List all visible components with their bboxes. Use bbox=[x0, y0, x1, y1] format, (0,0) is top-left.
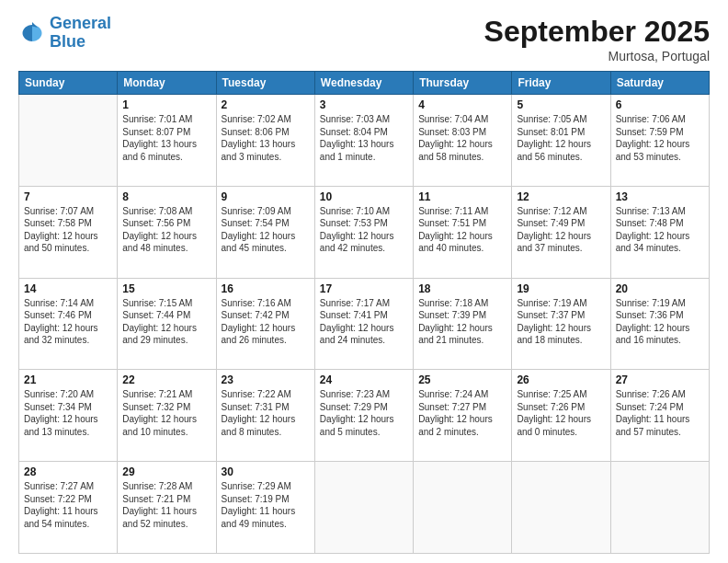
calendar-cell: 8Sunrise: 7:08 AMSunset: 7:56 PMDaylight… bbox=[118, 186, 216, 278]
day-number: 10 bbox=[320, 190, 408, 203]
calendar-cell: 21Sunrise: 7:20 AMSunset: 7:34 PMDayligh… bbox=[19, 370, 118, 462]
day-info: Sunrise: 7:13 AMSunset: 7:48 PMDaylight:… bbox=[616, 205, 704, 255]
day-number: 27 bbox=[616, 373, 704, 386]
calendar-header: Sunday Monday Tuesday Wednesday Thursday… bbox=[19, 72, 710, 95]
calendar-cell: 9Sunrise: 7:09 AMSunset: 7:54 PMDaylight… bbox=[216, 186, 314, 278]
calendar-body: 1Sunrise: 7:01 AMSunset: 8:07 PMDaylight… bbox=[19, 95, 710, 554]
calendar-cell bbox=[414, 462, 512, 554]
day-number: 12 bbox=[517, 190, 605, 203]
day-info: Sunrise: 7:12 AMSunset: 7:49 PMDaylight:… bbox=[517, 205, 605, 255]
calendar-cell: 6Sunrise: 7:06 AMSunset: 7:59 PMDaylight… bbox=[610, 95, 709, 187]
calendar-cell: 30Sunrise: 7:29 AMSunset: 7:19 PMDayligh… bbox=[216, 462, 314, 554]
calendar-cell bbox=[19, 95, 118, 187]
day-number: 24 bbox=[320, 373, 408, 386]
calendar-cell: 28Sunrise: 7:27 AMSunset: 7:22 PMDayligh… bbox=[19, 462, 118, 554]
day-info: Sunrise: 7:24 AMSunset: 7:27 PMDaylight:… bbox=[418, 388, 506, 438]
day-number: 3 bbox=[320, 98, 408, 111]
day-number: 5 bbox=[517, 98, 605, 111]
day-number: 17 bbox=[320, 282, 408, 295]
day-info: Sunrise: 7:02 AMSunset: 8:06 PMDaylight:… bbox=[222, 113, 310, 163]
logo-line2: Blue bbox=[50, 32, 85, 51]
calendar-week-1: 7Sunrise: 7:07 AMSunset: 7:58 PMDaylight… bbox=[19, 186, 710, 278]
day-number: 4 bbox=[418, 98, 506, 111]
calendar-table: Sunday Monday Tuesday Wednesday Thursday… bbox=[18, 71, 710, 554]
day-number: 21 bbox=[24, 373, 112, 386]
day-info: Sunrise: 7:25 AMSunset: 7:26 PMDaylight:… bbox=[517, 388, 605, 438]
day-number: 9 bbox=[222, 190, 310, 203]
calendar-week-2: 14Sunrise: 7:14 AMSunset: 7:46 PMDayligh… bbox=[19, 278, 710, 370]
day-number: 2 bbox=[222, 98, 310, 111]
logo-icon bbox=[18, 19, 46, 47]
day-info: Sunrise: 7:16 AMSunset: 7:42 PMDaylight:… bbox=[222, 297, 310, 347]
calendar-cell: 25Sunrise: 7:24 AMSunset: 7:27 PMDayligh… bbox=[414, 370, 512, 462]
day-info: Sunrise: 7:17 AMSunset: 7:41 PMDaylight:… bbox=[320, 297, 408, 347]
day-info: Sunrise: 7:29 AMSunset: 7:19 PMDaylight:… bbox=[222, 480, 310, 530]
calendar-week-3: 21Sunrise: 7:20 AMSunset: 7:34 PMDayligh… bbox=[19, 370, 710, 462]
calendar-cell: 26Sunrise: 7:25 AMSunset: 7:26 PMDayligh… bbox=[512, 370, 610, 462]
day-info: Sunrise: 7:10 AMSunset: 7:53 PMDaylight:… bbox=[320, 205, 408, 255]
calendar-cell: 13Sunrise: 7:13 AMSunset: 7:48 PMDayligh… bbox=[610, 186, 709, 278]
header-monday: Monday bbox=[118, 72, 216, 95]
calendar-cell: 23Sunrise: 7:22 AMSunset: 7:31 PMDayligh… bbox=[216, 370, 314, 462]
day-number: 20 bbox=[616, 282, 704, 295]
page: General Blue September 2025 Murtosa, Por… bbox=[0, 0, 728, 563]
day-info: Sunrise: 7:07 AMSunset: 7:58 PMDaylight:… bbox=[24, 205, 112, 255]
calendar-cell bbox=[610, 462, 709, 554]
calendar-cell: 14Sunrise: 7:14 AMSunset: 7:46 PMDayligh… bbox=[19, 278, 118, 370]
day-info: Sunrise: 7:19 AMSunset: 7:36 PMDaylight:… bbox=[616, 297, 704, 347]
logo-text: General Blue bbox=[50, 15, 111, 52]
header-friday: Friday bbox=[512, 72, 610, 95]
day-info: Sunrise: 7:05 AMSunset: 8:01 PMDaylight:… bbox=[517, 113, 605, 163]
header-saturday: Saturday bbox=[610, 72, 709, 95]
title-block: September 2025 Murtosa, Portugal bbox=[484, 15, 710, 63]
day-number: 6 bbox=[616, 98, 704, 111]
day-number: 16 bbox=[222, 282, 310, 295]
calendar-cell: 15Sunrise: 7:15 AMSunset: 7:44 PMDayligh… bbox=[118, 278, 216, 370]
day-info: Sunrise: 7:04 AMSunset: 8:03 PMDaylight:… bbox=[418, 113, 506, 163]
day-info: Sunrise: 7:19 AMSunset: 7:37 PMDaylight:… bbox=[517, 297, 605, 347]
day-number: 26 bbox=[517, 373, 605, 386]
calendar-cell: 12Sunrise: 7:12 AMSunset: 7:49 PMDayligh… bbox=[512, 186, 610, 278]
main-title: September 2025 bbox=[484, 15, 710, 49]
calendar-cell: 16Sunrise: 7:16 AMSunset: 7:42 PMDayligh… bbox=[216, 278, 314, 370]
header-thursday: Thursday bbox=[414, 72, 512, 95]
day-number: 22 bbox=[122, 373, 210, 386]
calendar-cell: 2Sunrise: 7:02 AMSunset: 8:06 PMDaylight… bbox=[216, 95, 314, 187]
calendar-cell bbox=[314, 462, 413, 554]
day-number: 14 bbox=[24, 282, 112, 295]
day-number: 8 bbox=[122, 190, 210, 203]
day-number: 1 bbox=[122, 98, 210, 111]
day-info: Sunrise: 7:03 AMSunset: 8:04 PMDaylight:… bbox=[320, 113, 408, 163]
day-number: 13 bbox=[616, 190, 704, 203]
calendar-cell bbox=[512, 462, 610, 554]
calendar-cell: 7Sunrise: 7:07 AMSunset: 7:58 PMDaylight… bbox=[19, 186, 118, 278]
day-number: 15 bbox=[122, 282, 210, 295]
calendar-cell: 18Sunrise: 7:18 AMSunset: 7:39 PMDayligh… bbox=[414, 278, 512, 370]
calendar-cell: 5Sunrise: 7:05 AMSunset: 8:01 PMDaylight… bbox=[512, 95, 610, 187]
calendar-cell: 17Sunrise: 7:17 AMSunset: 7:41 PMDayligh… bbox=[314, 278, 413, 370]
day-number: 25 bbox=[418, 373, 506, 386]
day-info: Sunrise: 7:21 AMSunset: 7:32 PMDaylight:… bbox=[122, 388, 210, 438]
day-info: Sunrise: 7:09 AMSunset: 7:54 PMDaylight:… bbox=[222, 205, 310, 255]
calendar-cell: 24Sunrise: 7:23 AMSunset: 7:29 PMDayligh… bbox=[314, 370, 413, 462]
day-info: Sunrise: 7:27 AMSunset: 7:22 PMDaylight:… bbox=[24, 480, 112, 530]
calendar-cell: 20Sunrise: 7:19 AMSunset: 7:36 PMDayligh… bbox=[610, 278, 709, 370]
calendar-cell: 3Sunrise: 7:03 AMSunset: 8:04 PMDaylight… bbox=[314, 95, 413, 187]
subtitle: Murtosa, Portugal bbox=[484, 49, 710, 63]
header: General Blue September 2025 Murtosa, Por… bbox=[18, 15, 710, 63]
header-tuesday: Tuesday bbox=[216, 72, 314, 95]
weekday-header-row: Sunday Monday Tuesday Wednesday Thursday… bbox=[19, 72, 710, 95]
day-number: 11 bbox=[418, 190, 506, 203]
calendar-cell: 1Sunrise: 7:01 AMSunset: 8:07 PMDaylight… bbox=[118, 95, 216, 187]
day-number: 30 bbox=[222, 465, 310, 478]
calendar-cell: 27Sunrise: 7:26 AMSunset: 7:24 PMDayligh… bbox=[610, 370, 709, 462]
day-info: Sunrise: 7:01 AMSunset: 8:07 PMDaylight:… bbox=[122, 113, 210, 163]
calendar-cell: 10Sunrise: 7:10 AMSunset: 7:53 PMDayligh… bbox=[314, 186, 413, 278]
day-number: 29 bbox=[122, 465, 210, 478]
day-info: Sunrise: 7:15 AMSunset: 7:44 PMDaylight:… bbox=[122, 297, 210, 347]
calendar-cell: 19Sunrise: 7:19 AMSunset: 7:37 PMDayligh… bbox=[512, 278, 610, 370]
day-info: Sunrise: 7:08 AMSunset: 7:56 PMDaylight:… bbox=[122, 205, 210, 255]
calendar-week-4: 28Sunrise: 7:27 AMSunset: 7:22 PMDayligh… bbox=[19, 462, 710, 554]
day-number: 18 bbox=[418, 282, 506, 295]
day-info: Sunrise: 7:11 AMSunset: 7:51 PMDaylight:… bbox=[418, 205, 506, 255]
